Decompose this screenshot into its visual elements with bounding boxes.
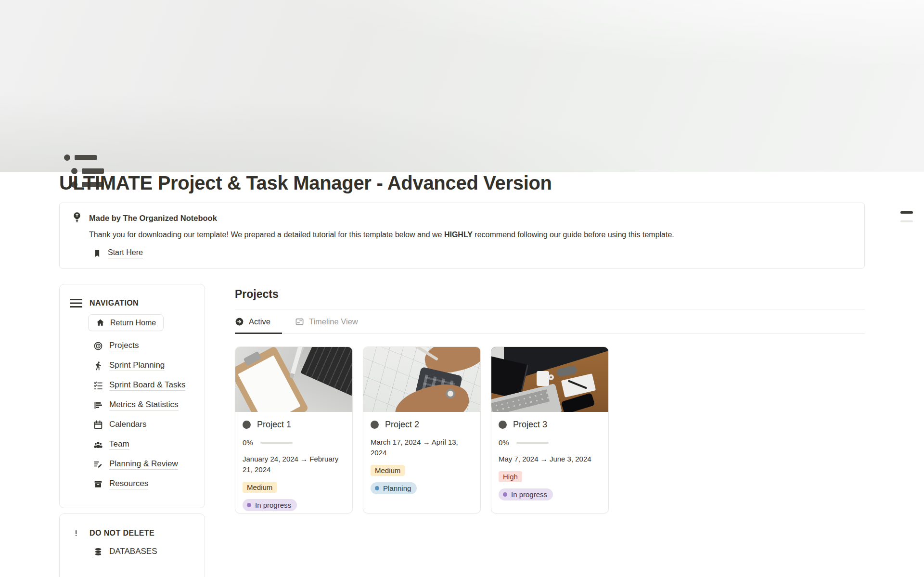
page-cover-image — [0, 0, 924, 172]
status-label: In progress — [511, 490, 547, 499]
database-icon — [93, 547, 103, 557]
view-tabs: Active Timeline View — [235, 309, 865, 334]
callout-title: Made by The Organized Notebook — [89, 214, 853, 223]
start-here-row: Start Here — [93, 248, 853, 258]
projects-section: Projects Active Timeline View — [235, 284, 865, 513]
status-badge: Planning — [371, 482, 417, 494]
sidebar-item-label: Resources — [109, 479, 148, 489]
scroll-indicator-dash — [900, 220, 913, 222]
progress-value: 0% — [243, 438, 253, 447]
do-not-delete-panel: DO NOT DELETE DATABASES — [59, 513, 205, 577]
status-dot-icon — [503, 492, 507, 497]
calendar-icon — [93, 420, 103, 430]
priority-badge: Medium — [371, 465, 405, 476]
sidebar-item-projects[interactable]: Projects — [93, 341, 196, 351]
navigation-list: Projects Sprint Planning Sprint Board & … — [93, 341, 196, 489]
home-icon — [96, 318, 105, 327]
tab-timeline-view[interactable]: Timeline View — [295, 309, 370, 334]
sidebar-item-team[interactable]: Team — [93, 439, 196, 450]
tab-label: Timeline View — [309, 317, 358, 326]
progress-row: 0% — [499, 438, 549, 447]
navigation-header: NAVIGATION — [70, 298, 196, 308]
priority-badge: Medium — [243, 482, 277, 493]
project-1-cover-photo — [235, 347, 352, 412]
people-icon — [93, 440, 103, 449]
board-view-icon — [295, 317, 304, 326]
bookmark-icon — [93, 248, 102, 258]
sidebar-item-label: DATABASES — [109, 547, 157, 557]
callout-body: Thank you for downloading our template! … — [89, 229, 853, 241]
sidebar-item-calendars[interactable]: Calendars — [93, 420, 196, 430]
progress-bar — [260, 442, 293, 444]
project-cards: Project 1 0% January 24, 2024 → February… — [235, 346, 865, 513]
maker-callout: Made by The Organized Notebook Thank you… — [59, 203, 865, 269]
status-badge: In progress — [243, 499, 297, 511]
sidebar-item-label: Sprint Planning — [109, 360, 165, 371]
status-label: Planning — [383, 484, 411, 492]
edit-list-icon — [93, 460, 103, 469]
progress-bar — [516, 442, 549, 444]
lightbulb-icon — [72, 212, 82, 224]
sidebar-item-label: Projects — [109, 341, 139, 351]
sidebar-item-sprint-planning[interactable]: Sprint Planning — [93, 360, 196, 371]
exclamation-icon — [73, 527, 79, 539]
return-home-button[interactable]: Return Home — [88, 314, 164, 331]
sidebar-item-planning-review[interactable]: Planning & Review — [93, 459, 196, 470]
project-card-title: Project 2 — [385, 420, 419, 430]
page-controls — [900, 211, 913, 222]
sidebar-item-databases[interactable]: DATABASES — [93, 547, 196, 557]
callout-body-text: Thank you for downloading our template! … — [89, 231, 444, 239]
project-dates: January 24, 2024 → February 21, 2024 — [243, 454, 345, 475]
project-page-icon — [243, 421, 251, 429]
sidebar-item-label: Team — [109, 439, 129, 450]
project-card-title: Project 3 — [513, 420, 547, 430]
status-dot-icon — [247, 503, 251, 507]
return-home-label: Return Home — [110, 319, 156, 327]
start-here-link[interactable]: Start Here — [108, 248, 143, 258]
project-dates: March 17, 2024 → April 13, 2024 — [371, 437, 473, 458]
sidebar-item-label: Planning & Review — [109, 459, 178, 470]
runner-icon — [93, 361, 103, 371]
target-icon — [93, 341, 103, 351]
project-3-cover-photo — [491, 347, 608, 412]
project-page-icon — [499, 421, 507, 429]
sidebar-item-label: Sprint Board & Tasks — [109, 380, 185, 391]
project-card-1[interactable]: Project 1 0% January 24, 2024 → February… — [235, 346, 353, 513]
project-2-cover-photo — [363, 347, 480, 412]
project-card-3[interactable]: Project 3 0% May 7, 2024 → June 3, 2024 … — [491, 346, 609, 513]
circle-arrow-icon — [235, 317, 244, 326]
callout-body-bold: HIGHLY — [444, 231, 473, 239]
navigation-title: NAVIGATION — [90, 299, 139, 308]
sidebar-item-label: Calendars — [109, 420, 147, 430]
progress-row: 0% — [243, 438, 293, 447]
list-icon-row — [64, 154, 104, 161]
sidebar-item-metrics[interactable]: Metrics & Statistics — [93, 400, 196, 410]
navigation-panel: NAVIGATION Return Home Projects Sprint P… — [59, 284, 205, 508]
archive-box-icon — [93, 479, 103, 489]
page-title: ULTIMATE Project & Task Manager - Advanc… — [59, 172, 865, 194]
do-not-delete-header: DO NOT DELETE — [73, 527, 196, 539]
sidebar: NAVIGATION Return Home Projects Sprint P… — [59, 284, 205, 577]
do-not-delete-title: DO NOT DELETE — [90, 529, 154, 538]
bar-chart-icon — [93, 400, 103, 410]
priority-badge: High — [499, 471, 522, 482]
sidebar-item-resources[interactable]: Resources — [93, 479, 196, 489]
status-badge: In progress — [499, 488, 553, 500]
project-card-title: Project 1 — [257, 420, 291, 430]
sidebar-item-label: Metrics & Statistics — [109, 400, 179, 410]
page-content: ULTIMATE Project & Task Manager - Advanc… — [0, 172, 924, 577]
hamburger-menu-icon — [70, 298, 82, 308]
status-label: In progress — [255, 501, 291, 509]
project-card-2[interactable]: Project 2 March 17, 2024 → April 13, 202… — [363, 346, 481, 513]
tab-label: Active — [249, 317, 270, 326]
progress-value: 0% — [499, 438, 509, 447]
project-dates: May 7, 2024 → June 3, 2024 — [499, 454, 591, 464]
projects-heading: Projects — [235, 288, 865, 301]
status-dot-icon — [375, 486, 379, 490]
minimize-dash-icon[interactable] — [900, 211, 913, 214]
sidebar-item-sprint-board[interactable]: Sprint Board & Tasks — [93, 380, 196, 391]
tab-active[interactable]: Active — [235, 309, 282, 334]
callout-body-text: recommend following our guide before usi… — [473, 231, 674, 239]
checklist-icon — [93, 381, 103, 390]
project-page-icon — [371, 421, 379, 429]
